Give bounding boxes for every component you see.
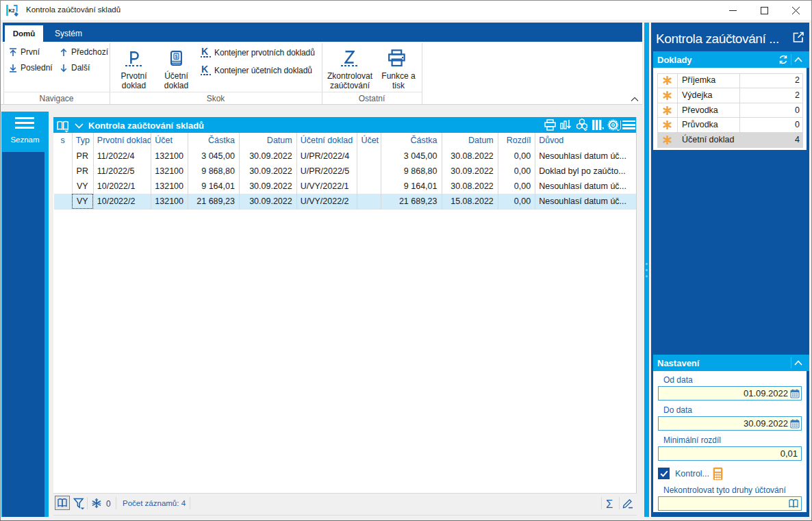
svg-text:$: $ (175, 53, 178, 59)
